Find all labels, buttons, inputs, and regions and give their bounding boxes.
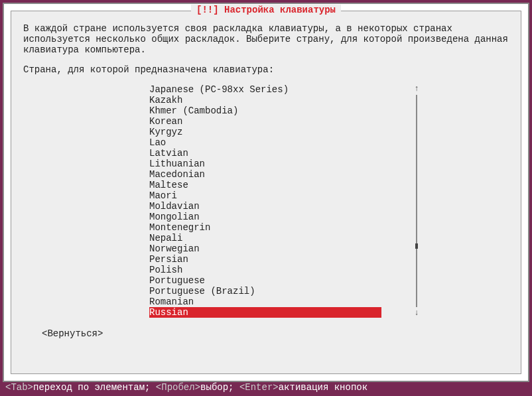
list-item[interactable]: Russian (149, 307, 381, 318)
enter-key-hint: <Enter> (239, 382, 279, 393)
list-item[interactable]: Mongolian (149, 212, 421, 222)
list-item[interactable]: Korean (149, 116, 421, 127)
space-key-hint: <Пробел> (156, 382, 200, 393)
list-item[interactable]: Nepali (149, 233, 421, 243)
list-item[interactable]: Maori (149, 190, 421, 201)
footer-hints: <Tab>переход по элементам; <Пробел>выбор… (3, 382, 529, 393)
list-item[interactable]: Lithuanian (149, 159, 421, 169)
list-item[interactable]: Macedonian (149, 169, 421, 180)
list-item[interactable]: Polish (149, 265, 421, 275)
dialog-title: [!!] Настройка клавиатуры (191, 5, 341, 15)
scroll-thumb[interactable] (415, 243, 418, 249)
list-item[interactable]: Persian (149, 254, 421, 265)
list-item[interactable]: Japanese (PC-98xx Series) (149, 84, 421, 95)
outer-frame: [!!] Настройка клавиатуры В каждой стран… (3, 3, 529, 382)
scrollbar[interactable]: ↑ ↓ (412, 84, 421, 318)
list-item[interactable]: Khmer (Cambodia) (149, 105, 421, 116)
list-item[interactable]: Kazakh (149, 95, 421, 105)
keyboard-list[interactable]: Japanese (PC-98xx Series)KazakhKhmer (Ca… (149, 84, 421, 318)
list-item[interactable]: Portuguese (149, 275, 421, 286)
tab-key-hint: <Tab> (5, 382, 33, 393)
back-button[interactable]: <Вернуться> (42, 328, 103, 339)
list-item[interactable]: Maltese (149, 180, 421, 190)
dialog-description: В каждой стране используется своя раскла… (23, 23, 509, 55)
scroll-track[interactable] (416, 95, 417, 307)
tab-text: переход по элементам; (33, 382, 156, 393)
enter-text: активация кнопок (279, 382, 367, 393)
list-item[interactable]: Latvian (149, 148, 421, 159)
list-item[interactable]: Moldavian (149, 201, 421, 212)
list-item[interactable]: Portuguese (Brazil) (149, 286, 421, 297)
list-item[interactable]: Lao (149, 137, 421, 148)
scroll-down-arrow[interactable]: ↓ (414, 308, 419, 318)
list-item[interactable]: Romanian (149, 297, 421, 307)
list-item[interactable]: Norwegian (149, 243, 421, 254)
keyboard-list-wrap: Japanese (PC-98xx Series)KazakhKhmer (Ca… (149, 84, 421, 318)
dialog-prompt: Страна, для которой предназначена клавиа… (23, 64, 509, 75)
scroll-up-arrow[interactable]: ↑ (414, 84, 419, 94)
installer-screen: [!!] Настройка клавиатуры В каждой стран… (0, 0, 532, 396)
dialog-frame: [!!] Настройка клавиатуры В каждой стран… (11, 11, 521, 374)
list-item[interactable]: Montenegrin (149, 222, 421, 233)
space-text: выбор; (200, 382, 239, 393)
list-item[interactable]: Kyrgyz (149, 127, 421, 137)
